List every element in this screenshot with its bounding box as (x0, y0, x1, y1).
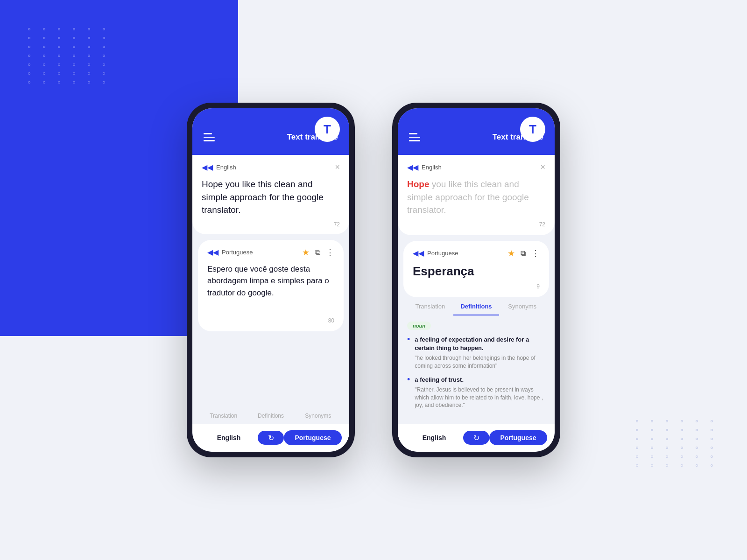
noun-badge: noun (407, 322, 431, 330)
phone1-translation-text: Espero que você goste desta abordagem li… (207, 263, 334, 299)
phone1-translation-card: ◀◀ Portuguese ★ ⧉ ⋮ Espero que você gost… (198, 240, 344, 331)
phone2-content: ◀◀ English × Hope you like this clean an… (398, 155, 555, 452)
phone2-bottom-english[interactable]: English (405, 434, 463, 441)
phone2-translation-charcount: 9 (413, 283, 540, 290)
tab1-translation[interactable]: Translation (200, 408, 247, 424)
phone2-source-card: ◀◀ English × Hope you like this clean an… (398, 155, 555, 235)
phone2-tabs: Translation Definitions Synonyms (398, 297, 555, 315)
swap-icon-1: ↻ (268, 434, 274, 442)
definition-item-2: • a feeling of trust. "Rather, Jesus is … (407, 376, 545, 410)
tab1-synonyms[interactable]: Synonyms (295, 408, 342, 424)
tab2-translation[interactable]: Translation (407, 303, 453, 315)
phone1-bottom-bar: English ↻ Portuguese (192, 424, 349, 452)
copy-button-2[interactable]: ⧉ (521, 249, 526, 258)
phone2-header: Text translate T (398, 108, 555, 155)
phone1-source-charcount: 72 (202, 221, 340, 228)
favorite-button-1[interactable]: ★ (302, 247, 310, 258)
phone2-translation-word: Esperança (413, 264, 540, 279)
phone1-target-lang: ◀◀ Portuguese (207, 248, 253, 257)
phone2-definitions: noun • a feeling of expectation and desi… (398, 315, 555, 424)
tab2-synonyms[interactable]: Synonyms (499, 303, 545, 315)
sound-icon-1[interactable]: ◀◀ (202, 163, 213, 172)
phone1-source-text: Hope you like this clean and simple appr… (202, 178, 340, 217)
definition-item-1: • a feeling of expectation and desire fo… (407, 336, 545, 370)
swap-icon-2: ↻ (473, 434, 479, 442)
phone1-content: ◀◀ English × Hope you like this clean an… (192, 155, 349, 452)
def-bullet-1: • (407, 335, 410, 370)
phone2-source-text: Hope you like this clean and simple appr… (407, 178, 545, 217)
phone1-bottom-portuguese[interactable]: Portuguese (284, 430, 342, 445)
swap-button-1[interactable]: ↻ (258, 431, 284, 445)
more-button-2[interactable]: ⋮ (531, 248, 540, 259)
phone-2: Text translate T ◀◀ English × Hope you l… (392, 103, 560, 457)
def-quote-2: "Rather, Jesus is believed to be present… (415, 386, 545, 409)
phone1-translation-charcount: 80 (207, 317, 334, 324)
favorite-button-2[interactable]: ★ (507, 248, 515, 259)
phone2-logo: T (520, 117, 545, 142)
copy-button-1[interactable]: ⧉ (315, 248, 320, 257)
phone2-bottom-bar: English ↻ Portuguese (398, 424, 555, 452)
main-container: Text translate T ◀◀ English × Hope you l… (0, 0, 747, 560)
phone2-close-button[interactable]: × (540, 162, 545, 172)
phone1-source-lang: ◀◀ English (202, 163, 236, 172)
sound-icon-4[interactable]: ◀◀ (413, 249, 424, 258)
phone1-bottom-english[interactable]: English (200, 434, 258, 441)
phone2-target-lang: ◀◀ Portuguese (413, 249, 458, 258)
def-bullet-2: • (407, 375, 410, 410)
tab2-definitions[interactable]: Definitions (453, 303, 500, 315)
swap-button-2[interactable]: ↻ (463, 431, 489, 445)
phone2-source-charcount: 72 (407, 221, 545, 228)
phone2-translation-card: ◀◀ Portuguese ★ ⧉ ⋮ Esperança 9 (403, 241, 549, 297)
tab1-definitions[interactable]: Definitions (247, 408, 294, 424)
sound-icon-2[interactable]: ◀◀ (207, 248, 218, 257)
sound-icon-3[interactable]: ◀◀ (407, 163, 418, 172)
phone2-bottom-portuguese[interactable]: Portuguese (489, 430, 547, 445)
phone1-source-card: ◀◀ English × Hope you like this clean an… (192, 155, 349, 234)
phone1-close-button[interactable]: × (335, 162, 340, 172)
phone2-source-lang: ◀◀ English (407, 163, 442, 172)
def-main-2: a feeling of trust. (415, 376, 545, 384)
def-quote-1: "he looked through her belongings in the… (415, 354, 545, 370)
phone-1: Text translate T ◀◀ English × Hope you l… (187, 103, 355, 457)
phone1-logo: T (315, 117, 340, 142)
def-main-1: a feeling of expectation and desire for … (415, 336, 545, 352)
hamburger-menu-button[interactable] (204, 133, 215, 141)
phone1-tabs: Translation Definitions Synonyms (192, 408, 349, 424)
more-button-1[interactable]: ⋮ (326, 247, 334, 258)
phone1-header: Text translate T (192, 108, 349, 155)
highlight-word: Hope (407, 179, 430, 189)
hamburger-menu-button-2[interactable] (409, 133, 420, 141)
